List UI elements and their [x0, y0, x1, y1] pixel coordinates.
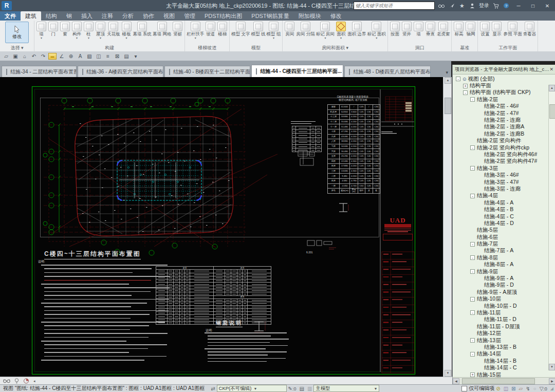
- tree-item[interactable]: 结施-4层 - A: [453, 199, 555, 206]
- tree-item[interactable]: 结施-14层 - B: [453, 358, 555, 364]
- ribbon-button[interactable]: 垂直: [424, 21, 436, 38]
- ribbon-tab[interactable]: 协作: [138, 11, 159, 21]
- collapse-icon[interactable]: -: [470, 310, 475, 315]
- app-logo[interactable]: R: [2, 1, 12, 10]
- tree-item[interactable]: 结施-4层 - B: [453, 206, 555, 213]
- ribbon-tab[interactable]: 结构: [41, 11, 62, 21]
- select-links-icon[interactable]: ⊘: [496, 386, 500, 391]
- tree-scroll-right[interactable]: ▶: [549, 378, 555, 384]
- tree-item[interactable]: 结施-2层 - 47#: [453, 110, 555, 117]
- tree-item[interactable]: 结施-2层 竖向构件47#: [453, 158, 555, 165]
- tree-item[interactable]: 结施-3层 - 47#: [453, 179, 555, 185]
- tree-item[interactable]: 结施-9层 - D: [453, 282, 555, 289]
- thin-lines-icon[interactable]: ≡: [104, 52, 112, 60]
- tree-item[interactable]: -结施-9层: [453, 268, 555, 275]
- document-tab[interactable]: 结施-34 - 二层结构平面布置图: [2, 66, 77, 77]
- tree-item[interactable]: 结施-5层: [453, 227, 555, 234]
- ribbon-button[interactable]: 墙: [413, 21, 424, 38]
- tree-horizontal-scrollbar[interactable]: ◀ ▶: [453, 377, 555, 384]
- ribbon-button[interactable]: 楼板▾: [121, 21, 133, 40]
- tree-item[interactable]: 结施-6层: [453, 234, 555, 240]
- active-workset-select[interactable]: CKP(不可编辑) ▼: [217, 385, 287, 392]
- ribbon-button[interactable]: 楼梯: [216, 21, 228, 38]
- close-button[interactable]: ✕: [542, 2, 553, 10]
- reveal-hidden-elements-icon[interactable]: [3, 379, 10, 383]
- tree-item[interactable]: -⊙视图 (全部): [453, 76, 555, 82]
- document-tab[interactable]: 结施-44 - C楼四至十三层结构平面...✕: [251, 65, 343, 77]
- minimize-button[interactable]: ─: [513, 2, 524, 10]
- ribbon-button[interactable]: 查看器: [523, 21, 537, 38]
- sign-in-label[interactable]: 登录: [479, 2, 489, 9]
- collapse-icon[interactable]: -: [470, 194, 475, 198]
- ribbon-tab[interactable]: 钢: [62, 11, 77, 21]
- collapse-icon[interactable]: -: [470, 166, 475, 171]
- tree-item[interactable]: -结施-4层: [453, 193, 555, 199]
- ribbon-tab[interactable]: PDST钢筋算量: [247, 11, 293, 21]
- scroll-up-arrow[interactable]: ▲: [445, 77, 451, 84]
- canvas-vertical-scrollbar[interactable]: ▲ ▼: [443, 77, 452, 377]
- ribbon-tab[interactable]: 管理: [179, 11, 200, 21]
- ribbon-button[interactable]: 轴网: [465, 21, 476, 38]
- ribbon-button[interactable]: 构件▾: [71, 21, 83, 40]
- ribbon-button[interactable]: 标记 面积▾: [367, 21, 386, 40]
- tree-item[interactable]: -结施-2层 竖向构件ckp: [453, 144, 555, 151]
- ribbon-button[interactable]: 模型 线: [251, 21, 266, 38]
- redo-icon[interactable]: ↷: [39, 52, 47, 60]
- collapse-icon[interactable]: -: [470, 145, 475, 150]
- search-input[interactable]: [354, 2, 435, 10]
- worksharing-display-icon[interactable]: [23, 378, 29, 384]
- user-icon[interactable]: [469, 2, 476, 9]
- default-3d-view-icon[interactable]: ▧: [85, 52, 94, 60]
- help-icon[interactable]: ?: [503, 2, 510, 9]
- tree-item[interactable]: 结施-9层 - A: [453, 275, 555, 282]
- expand-icon[interactable]: +: [470, 372, 475, 377]
- ribbon-tab[interactable]: 分析: [118, 11, 138, 21]
- collapse-icon[interactable]: -: [470, 242, 475, 247]
- ribbon-button[interactable]: 模型 组▾: [266, 21, 282, 40]
- tree-item[interactable]: 结施-9层 - A屋顶: [453, 289, 555, 295]
- collapse-icon[interactable]: -: [463, 90, 468, 95]
- tree-item[interactable]: -结施-3层: [453, 165, 555, 172]
- tree-item[interactable]: 结施-2层 竖向构件46#: [453, 151, 555, 158]
- ribbon-button[interactable]: 房间 分隔: [295, 21, 315, 38]
- switch-windows-icon[interactable]: ▤: [122, 52, 131, 60]
- ribbon-tab[interactable]: 附加模块: [294, 11, 326, 21]
- tree-item[interactable]: 结施-12层: [453, 330, 555, 337]
- project-browser-header[interactable]: 项目浏览器 - 太平金融大厦05结构 地上_ckp202... ✕: [453, 65, 555, 74]
- scroll-down-arrow[interactable]: ▼: [445, 370, 451, 377]
- tree-item[interactable]: -结施-13层: [453, 337, 555, 344]
- tree-item[interactable]: +结施-15层: [453, 371, 555, 377]
- tree-item[interactable]: 结施-3层 - 46#: [453, 172, 555, 178]
- customize-qat-icon[interactable]: ▾: [132, 52, 140, 60]
- home-icon[interactable]: ⌂: [21, 52, 29, 60]
- tree-item[interactable]: 结施-3层 - 连廊: [453, 185, 555, 192]
- expand-view-bar-icon[interactable]: ◂: [33, 378, 35, 384]
- ribbon-button[interactable]: 门: [47, 21, 59, 38]
- ribbon-button[interactable]: 按面: [389, 21, 401, 38]
- tree-item[interactable]: -结施-14层: [453, 351, 555, 358]
- tab-overflow-chevron-icon[interactable]: ▾: [446, 70, 451, 77]
- ribbon-button[interactable]: 幕墙 系统: [133, 21, 152, 38]
- tree-item[interactable]: -结施-8层: [453, 254, 555, 261]
- tree-scroll-up[interactable]: ▲: [549, 85, 555, 91]
- ribbon-button[interactable]: 柱▾: [83, 21, 95, 40]
- modify-button[interactable]: 修改: [5, 22, 29, 43]
- ribbon-button[interactable]: 幕墙 网格: [152, 21, 172, 38]
- open-icon[interactable]: ▱: [2, 52, 10, 60]
- tree-item[interactable]: 结施-2层 竖向构件: [453, 138, 555, 144]
- document-tab[interactable]: 结施-40 - B楼四至十二层结构平面...: [164, 66, 250, 77]
- ribbon-button[interactable]: 模型 文字: [231, 21, 250, 38]
- maximize-button[interactable]: □: [527, 2, 539, 10]
- favorites-star-icon[interactable]: ★: [458, 2, 466, 9]
- ribbon-button[interactable]: 天花板: [106, 21, 121, 38]
- expand-icon[interactable]: +: [463, 84, 468, 88]
- ribbon-button[interactable]: 栏杆扶手▾: [186, 21, 205, 40]
- worksets-icon[interactable]: ⇄: [211, 386, 215, 391]
- design-option-select[interactable]: 主模型 ▼: [313, 385, 379, 392]
- panel-close-icon[interactable]: ✕: [549, 67, 553, 72]
- tree-item[interactable]: -结施-10层: [453, 296, 555, 303]
- temporary-hide-isolate-icon[interactable]: [14, 378, 19, 384]
- ribbon-button[interactable]: 墙▾: [35, 21, 47, 40]
- scrollbar-thumb[interactable]: [445, 98, 451, 114]
- ribbon-tab[interactable]: 注释: [97, 11, 118, 21]
